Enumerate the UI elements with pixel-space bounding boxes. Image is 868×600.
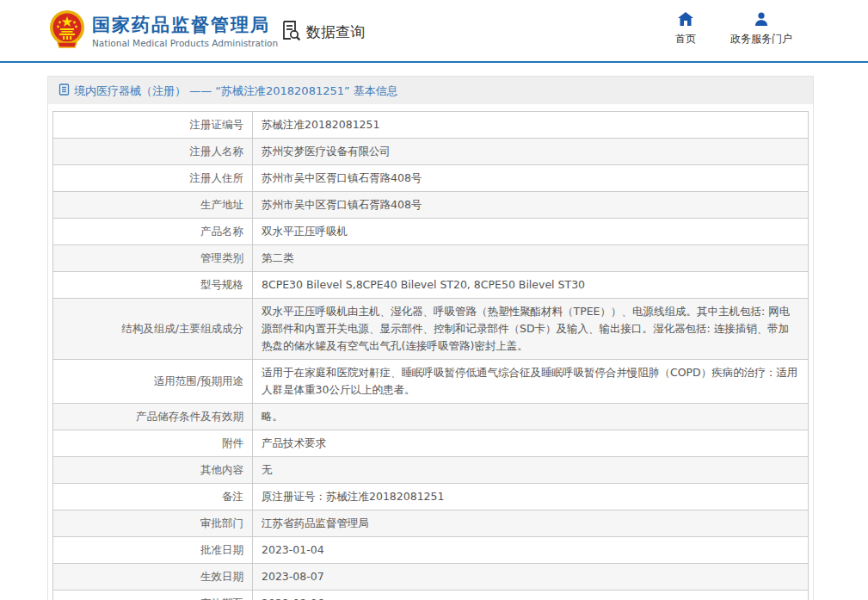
user-icon	[754, 12, 768, 29]
panel-title-bar: 境内医疗器械（注册） —— “苏械注准20182081251” 基本信息	[48, 77, 813, 104]
national-emblem-icon	[49, 9, 85, 53]
table-row: 其他内容无	[53, 457, 809, 484]
home-icon	[678, 12, 693, 29]
nav-portal-label: 政务服务门户	[730, 32, 792, 46]
table-row: 适用范围/预期用途适用于在家庭和医院对鼾症、睡眠呼吸暂停低通气综合征及睡眠呼吸暂…	[53, 360, 809, 404]
row-value: 苏械注准20182081251	[253, 112, 809, 139]
row-label: 结构及组成/主要组成成分	[53, 299, 253, 360]
table-row: 注册人住所苏州市吴中区胥口镇石胥路408号	[53, 165, 809, 192]
row-value: 2023-01-04	[253, 537, 809, 564]
site-header: 国家药品监督管理局 National Medical Products Admi…	[0, 0, 868, 63]
row-label: 审批部门	[53, 510, 253, 537]
table-row: 审批部门江苏省药品监督管理局	[53, 510, 809, 537]
row-label: 注册人住所	[53, 165, 253, 192]
table-row: 注册证编号苏械注准20182081251	[53, 112, 809, 139]
info-table: 注册证编号苏械注准20182081251注册人名称苏州安梦医疗设备有限公司注册人…	[52, 111, 809, 600]
row-label: 注册人名称	[53, 139, 253, 165]
nav-home-label: 首页	[675, 32, 696, 46]
top-nav: 首页 政务服务门户	[675, 12, 792, 46]
row-value: 2028-08-06	[253, 591, 809, 600]
org-name-cn: 国家药品监督管理局	[92, 14, 278, 36]
row-label: 备注	[53, 484, 253, 510]
row-value: 产品技术要求	[253, 430, 809, 457]
row-value: 双水平正压呼吸机由主机、湿化器、呼吸管路（热塑性聚酯材料（TPEE））、电源线组…	[253, 299, 809, 360]
row-label: 注册证编号	[53, 112, 253, 139]
data-query-label: 数据查询	[306, 22, 365, 42]
row-value: 适用于在家庭和医院对鼾症、睡眠呼吸暂停低通气综合征及睡眠呼吸暂停合并慢阻肺（CO…	[253, 360, 809, 404]
table-row: 生产地址苏州市吴中区胥口镇石胥路408号	[53, 192, 809, 219]
row-label: 管理类别	[53, 245, 253, 272]
table-row: 批准日期2023-01-04	[53, 537, 809, 564]
row-label: 适用范围/预期用途	[53, 360, 253, 404]
row-label: 产品名称	[53, 219, 253, 245]
row-label: 生产地址	[53, 192, 253, 219]
table-row: 有效期至2028-08-06	[53, 591, 809, 600]
table-row: 生效日期2023-08-07	[53, 564, 809, 591]
table-row: 型号规格8CPE30 Bilevel S,8CPE40 Bilevel ST20…	[53, 272, 809, 299]
page-title: 境内医疗器械（注册） —— “苏械注准20182081251” 基本信息	[74, 84, 398, 99]
site-logo: 国家药品监督管理局 National Medical Products Admi…	[49, 9, 278, 53]
table-row: 产品名称双水平正压呼吸机	[53, 219, 809, 245]
row-value: 8CPE30 Bilevel S,8CPE40 Bilevel ST20, 8C…	[253, 272, 809, 299]
detail-panel: 境内医疗器械（注册） —— “苏械注准20182081251” 基本信息 注册证…	[47, 76, 814, 600]
table-row: 管理类别第二类	[53, 245, 809, 272]
row-value: 原注册证号：苏械注准20182081251	[253, 484, 809, 510]
row-value: 苏州市吴中区胥口镇石胥路408号	[253, 165, 809, 192]
table-row: 附件产品技术要求	[53, 430, 809, 457]
row-value: 略。	[253, 404, 809, 430]
info-table-wrap: 注册证编号苏械注准20182081251注册人名称苏州安梦医疗设备有限公司注册人…	[48, 104, 813, 600]
row-label: 产品储存条件及有效期	[53, 404, 253, 430]
row-value: 苏州安梦医疗设备有限公司	[253, 139, 809, 165]
row-label: 批准日期	[53, 537, 253, 564]
table-row: 产品储存条件及有效期略。	[53, 404, 809, 430]
nav-home[interactable]: 首页	[675, 12, 696, 46]
row-value: 2023-08-07	[253, 564, 809, 591]
table-row: 注册人名称苏州安梦医疗设备有限公司	[53, 139, 809, 165]
row-value: 苏州市吴中区胥口镇石胥路408号	[253, 192, 809, 219]
row-value: 双水平正压呼吸机	[253, 219, 809, 245]
row-value: 第二类	[253, 245, 809, 272]
row-label: 有效期至	[53, 591, 253, 600]
document-icon	[58, 83, 70, 99]
row-label: 其他内容	[53, 457, 253, 484]
document-search-icon	[280, 19, 302, 45]
data-query-nav[interactable]: 数据查询	[280, 19, 365, 45]
row-label: 型号规格	[53, 272, 253, 299]
table-row: 结构及组成/主要组成成分双水平正压呼吸机由主机、湿化器、呼吸管路（热塑性聚酯材料…	[53, 299, 809, 360]
info-table-body: 注册证编号苏械注准20182081251注册人名称苏州安梦医疗设备有限公司注册人…	[53, 112, 809, 600]
row-label: 生效日期	[53, 564, 253, 591]
org-name-en: National Medical Products Administration	[92, 38, 278, 48]
row-label: 附件	[53, 430, 253, 457]
table-row: 备注原注册证号：苏械注准20182081251	[53, 484, 809, 510]
row-value: 无	[253, 457, 809, 484]
nav-portal[interactable]: 政务服务门户	[730, 12, 792, 46]
row-value: 江苏省药品监督管理局	[253, 510, 809, 537]
